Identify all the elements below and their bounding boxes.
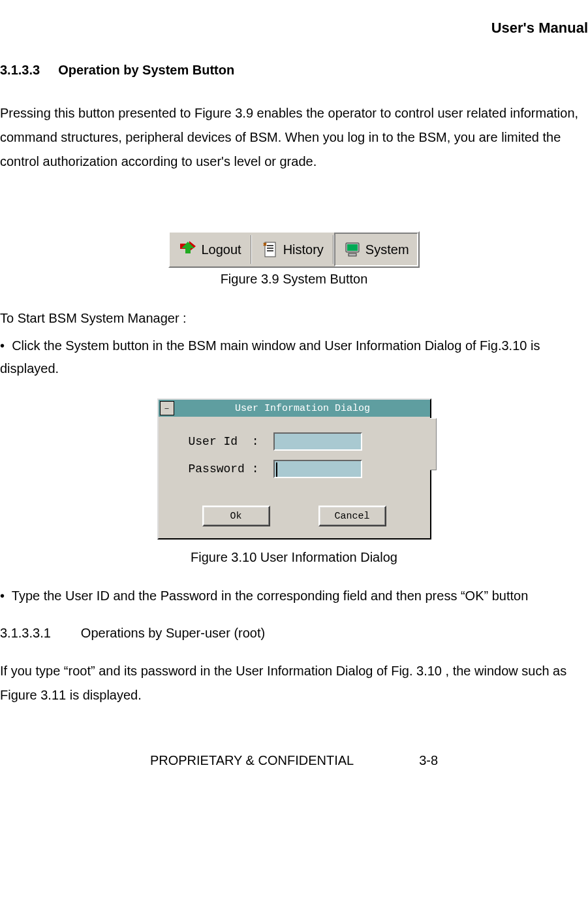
- subsection-heading: 3.1.3.3.1Operations by Super-user (root): [0, 626, 588, 641]
- history-label: History: [283, 242, 324, 257]
- svg-rect-2: [185, 248, 191, 253]
- history-button[interactable]: History: [252, 233, 333, 266]
- system-label: System: [365, 242, 409, 257]
- ok-button[interactable]: Ok: [202, 506, 270, 526]
- user-id-label: User Id :: [189, 435, 273, 448]
- toolbar-figure: Logout History System: [168, 231, 419, 268]
- section-heading: 3.1.3.3Operation by System Button: [0, 63, 588, 78]
- dialog-title-bar: User Information Dialog: [159, 400, 430, 417]
- subsection-number: 3.1.3.3.1: [0, 626, 51, 641]
- user-info-dialog-figure: User Information Dialog User Id : Passwo…: [157, 398, 431, 540]
- dialog-title: User Information Dialog: [176, 403, 430, 414]
- logout-button[interactable]: Logout: [170, 233, 250, 266]
- figure-3-9-caption: Figure 3.9 System Button: [0, 272, 588, 287]
- header-title: User's Manual: [0, 20, 588, 37]
- bullet-2-text: Type the User ID and the Password in the…: [12, 588, 529, 603]
- system-icon: [343, 240, 362, 259]
- text-caret: [276, 462, 280, 477]
- svg-rect-3: [265, 242, 275, 257]
- subsection-title: Operations by Super-user (root): [81, 626, 265, 640]
- bullet-1: • Click the System button in the BSM mai…: [0, 334, 588, 380]
- system-button[interactable]: System: [334, 233, 418, 266]
- dialog-sys-menu-icon[interactable]: [160, 401, 174, 415]
- svg-rect-9: [348, 253, 356, 256]
- history-icon: [261, 240, 279, 259]
- closing-paragraph: If you type “root” and its password in t…: [0, 659, 588, 707]
- page-footer: PROPRIETARY & CONFIDENTIAL3-8: [0, 753, 588, 768]
- footer-confidential: PROPRIETARY & CONFIDENTIAL: [150, 753, 354, 768]
- section-number: 3.1.3.3: [0, 63, 40, 78]
- svg-rect-8: [347, 244, 358, 251]
- footer-page-number: 3-8: [419, 753, 438, 767]
- user-id-input[interactable]: [273, 432, 362, 451]
- logout-icon: [179, 240, 197, 259]
- scrollbar[interactable]: [430, 418, 437, 470]
- cancel-button[interactable]: Cancel: [318, 506, 386, 526]
- figure-3-10-caption: Figure 3.10 User Information Dialog: [0, 550, 588, 565]
- password-label: Password :: [189, 462, 273, 476]
- logout-label: Logout: [201, 242, 241, 257]
- bullet-2: • Type the User ID and the Password in t…: [0, 585, 588, 607]
- bullet-1-text: Click the System button in the BSM main …: [0, 338, 540, 376]
- section-title: Operation by System Button: [58, 63, 234, 77]
- instructions-intro: To Start BSM System Manager :: [0, 306, 588, 331]
- password-input[interactable]: [273, 460, 362, 478]
- intro-paragraph: Pressing this button presented to Figure…: [0, 101, 588, 174]
